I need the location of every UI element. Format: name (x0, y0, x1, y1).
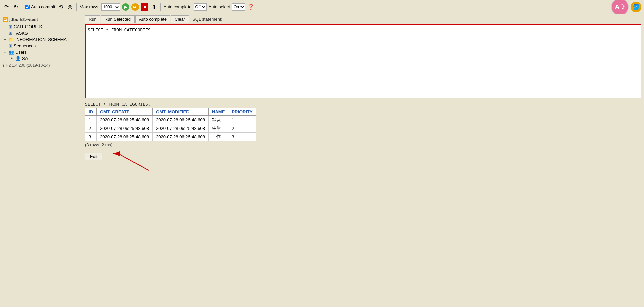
refresh-icon[interactable]: ⟳ (3, 3, 10, 11)
sidebar-label-sa: SA (22, 56, 28, 61)
table-cell: 2020-07-28 06:25:48.608 (97, 133, 153, 141)
results-table-body: 12020-07-28 06:25:48.6082020-07-28 06:25… (85, 116, 256, 141)
sidebar-item-sequences[interactable]: - ⊞ Sequences (0, 43, 82, 49)
header-row: ID GMT_CREATE GMT_MODIFIED NAME PRIORITY (85, 108, 256, 116)
main-layout: 🗃 jdbc:h2:~/test + ⊞ CATEGORIES + ⊞ TASK… (0, 14, 644, 307)
max-rows-select[interactable]: 1000 10 100 10000 (101, 3, 120, 11)
version-info: ℹ H2 1.4.200 (2019-10-14) (0, 62, 82, 69)
table-cell: 生活 (209, 124, 228, 133)
user-avatar[interactable]: A☽ (611, 0, 629, 16)
db-icon: 🗃 (3, 17, 8, 22)
sidebar-item-information-schema[interactable]: + 📁 INFORMATION_SCHEMA (0, 36, 82, 43)
run-selected-icon[interactable]: ⏭ (131, 3, 139, 11)
max-rows-label: Max rows: (79, 4, 99, 9)
auto-commit-toggle[interactable]: Auto commit (25, 4, 55, 9)
sidebar-label-sequences: Sequences (14, 43, 36, 48)
sa-person-icon: 👤 (15, 56, 21, 61)
table-row: 32020-07-28 06:25:48.6082020-07-28 06:25… (85, 133, 256, 141)
auto-complete-button[interactable]: Auto complete (135, 15, 170, 23)
sidebar-item-sa[interactable]: + 👤 SA (0, 55, 82, 62)
separator-2 (76, 3, 77, 11)
table-cell: 工作 (209, 133, 228, 141)
content-area: Run Run Selected Auto complete Clear SQL… (82, 14, 644, 307)
auto-commit-checkbox[interactable] (25, 5, 30, 9)
col-header-gmt-modified: GMT_MODIFIED (153, 108, 209, 116)
expand-tasks-icon[interactable]: + (3, 31, 7, 36)
sql-editor-area: SELECT * FROM CATEGORIES (85, 24, 641, 98)
table-row: 12020-07-28 06:25:48.6082020-07-28 06:25… (85, 116, 256, 124)
table-cell: 2 (228, 124, 256, 133)
table-icon-sequences: ⊞ (9, 43, 12, 48)
expand-sa-icon[interactable]: + (9, 56, 14, 61)
folder-icon-infoschema: 📁 (9, 37, 14, 42)
arrow-annotation (112, 149, 152, 172)
row-count: (3 rows, 2 ms) (85, 141, 641, 149)
run-selected-button[interactable]: Run Selected (101, 15, 135, 23)
col-header-gmt-create: GMT_CREATE (97, 108, 153, 116)
table-icon-tasks: ⊞ (9, 31, 12, 36)
sql-editor-input[interactable]: SELECT * FROM CATEGORIES (86, 25, 641, 98)
sidebar-db-item[interactable]: 🗃 jdbc:h2:~/test (0, 15, 82, 23)
clear-button[interactable]: Clear (171, 15, 189, 23)
sql-toolbar: Run Run Selected Auto complete Clear SQL… (82, 14, 644, 24)
users-icon: 👥 (9, 50, 14, 55)
table-cell: 3 (228, 133, 256, 141)
sidebar-label-users: Users (15, 50, 27, 55)
expand-infoschema-icon[interactable]: + (3, 37, 7, 42)
help-icon[interactable]: ❓ (247, 3, 255, 11)
sidebar-item-categories[interactable]: + ⊞ CATEGORIES (0, 23, 82, 30)
run-icon[interactable]: ▶ (122, 3, 129, 11)
expand-categories-icon[interactable]: + (3, 24, 7, 29)
export-icon[interactable]: ⬆ (150, 3, 158, 11)
table-cell: 2020-07-28 06:25:48.608 (97, 116, 153, 124)
separator-3 (160, 3, 161, 11)
table-cell: 2020-07-28 06:25:48.608 (153, 124, 209, 133)
table-icon-categories: ⊞ (9, 24, 12, 29)
results-area: SELECT * FROM CATEGORIES; ID GMT_CREATE … (82, 100, 644, 307)
main-toolbar: ⟳ ↻ Auto commit ⟲ ◎ Max rows: 1000 10 10… (0, 0, 644, 14)
auto-select-select[interactable]: On Off (232, 3, 245, 11)
results-table: ID GMT_CREATE GMT_MODIFIED NAME PRIORITY… (85, 108, 256, 141)
sidebar-item-tasks[interactable]: + ⊞ TASKS (0, 30, 82, 36)
sidebar-label-information-schema: INFORMATION_SCHEMA (15, 37, 67, 42)
sidebar-item-users[interactable]: - 👥 Users (0, 49, 82, 55)
results-table-header: ID GMT_CREATE GMT_MODIFIED NAME PRIORITY (85, 108, 256, 116)
avatar-area: A☽ 🪣 (611, 0, 641, 16)
version-text: H2 1.4.200 (2019-10-14) (6, 63, 50, 68)
auto-select-label: Auto select (209, 4, 230, 9)
run-button[interactable]: Run (85, 15, 100, 23)
table-cell: 2020-07-28 06:25:48.608 (153, 133, 209, 141)
avatar-initials: A☽ (615, 3, 625, 11)
table-cell: 3 (85, 133, 97, 141)
bucket-icon[interactable]: 🪣 (631, 2, 641, 12)
table-cell: 2020-07-28 06:25:48.608 (97, 124, 153, 133)
rollback-icon[interactable]: ⟲ (57, 3, 64, 11)
stop-icon[interactable]: ■ (141, 3, 148, 11)
col-header-id: ID (85, 108, 97, 116)
table-row: 22020-07-28 06:25:48.6082020-07-28 06:25… (85, 124, 256, 133)
svg-line-2 (118, 154, 149, 170)
table-cell: 1 (85, 116, 97, 124)
auto-complete-label: Auto complete (163, 4, 191, 9)
info-icon: ℹ (3, 63, 4, 68)
sidebar: 🗃 jdbc:h2:~/test + ⊞ CATEGORIES + ⊞ TASK… (0, 14, 82, 307)
table-cell: 2 (85, 124, 97, 133)
expand-users-icon[interactable]: - (3, 50, 7, 55)
sidebar-label-categories: CATEGORIES (14, 24, 42, 29)
table-cell: 默认 (209, 116, 228, 124)
edit-area: Edit (85, 150, 641, 160)
expand-sequences-icon[interactable]: - (3, 44, 7, 48)
edit-button[interactable]: Edit (85, 153, 102, 160)
commit-icon[interactable]: ↻ (12, 3, 19, 11)
savepoint-icon[interactable]: ◎ (66, 3, 74, 11)
separator-1 (22, 3, 22, 11)
col-header-name: NAME (209, 108, 228, 116)
db-name: jdbc:h2:~/test (9, 17, 38, 22)
sidebar-label-tasks: TASKS (14, 31, 28, 36)
table-cell: 1 (228, 116, 256, 124)
auto-complete-select[interactable]: Off On (194, 3, 207, 11)
sql-statement-label: SQL statement: (192, 17, 222, 22)
query-display: SELECT * FROM CATEGORIES; (85, 100, 641, 108)
auto-commit-label: Auto commit (31, 4, 55, 9)
table-cell: 2020-07-28 06:25:48.608 (153, 116, 209, 124)
